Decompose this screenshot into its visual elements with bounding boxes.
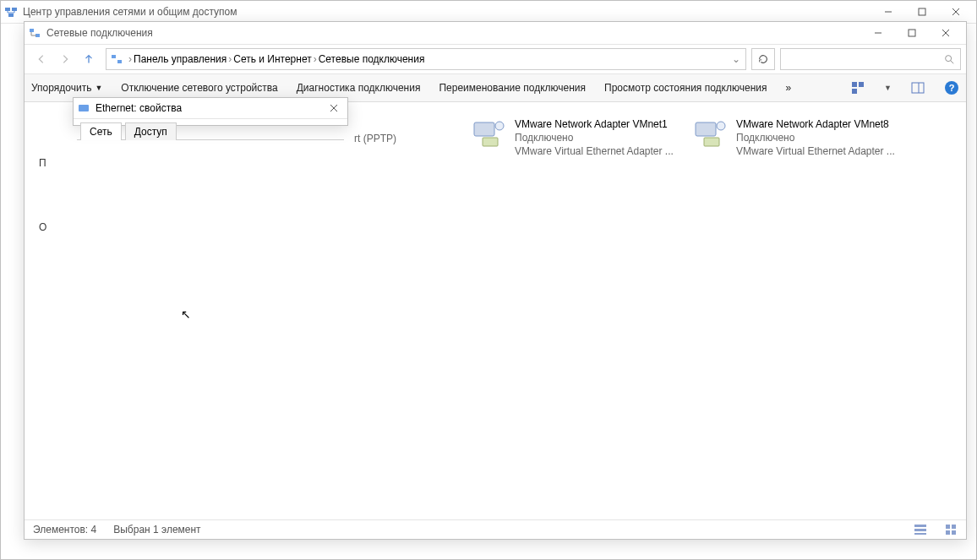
svg-rect-19 [852,89,857,94]
svg-rect-32 [914,533,926,535]
svg-rect-24 [474,122,494,136]
minimize-button[interactable] [871,1,905,23]
breadcrumb-item[interactable]: Сеть и Интернет [233,53,311,65]
close-button[interactable] [324,97,344,119]
adapter-name: VMware Network Adapter VMnet1 [515,117,674,131]
address-bar-row: › Панель управления › Сеть и Интернет › … [25,45,966,74]
svg-point-26 [495,122,504,130]
svg-point-29 [717,122,725,130]
ethernet-tabs: Сеть Доступ [77,122,344,140]
svg-rect-30 [914,525,926,527]
diagnose-button[interactable]: Диагностика подключения [297,82,421,94]
adapter-icon [471,117,508,151]
up-button[interactable] [77,47,101,71]
svg-rect-31 [914,529,926,531]
svg-rect-0 [5,8,10,11]
ethernet-icon [77,101,90,115]
tab-network[interactable]: Сеть [80,122,122,140]
refresh-button[interactable] [751,48,775,70]
adapter-name: VMware Network Adapter VMnet8 [736,117,895,131]
svg-rect-34 [952,525,956,529]
chevron-right-icon: › [227,53,233,65]
maximize-button[interactable] [905,1,939,23]
svg-rect-33 [946,525,950,529]
svg-rect-4 [919,8,925,15]
status-bar: Элементов: 4 Выбран 1 элемент [25,519,966,539]
svg-rect-7 [30,29,34,32]
svg-rect-27 [696,122,716,136]
chevron-right-icon: › [127,53,134,65]
help-icon[interactable]: ? [944,80,959,95]
selected-count: Выбран 1 элемент [113,524,200,536]
organize-menu[interactable]: Упорядочить ▼ [31,82,102,94]
chevron-right-icon: › [312,53,319,65]
svg-rect-37 [79,105,89,111]
svg-rect-18 [859,82,864,87]
tab-access[interactable]: Доступ [125,122,177,140]
close-button[interactable] [929,22,963,44]
svg-rect-13 [112,55,116,58]
preview-pane-icon[interactable] [910,80,925,95]
svg-rect-25 [483,138,498,146]
adapter-item[interactable]: VMware Network Adapter VMnet8 Подключено… [692,117,903,158]
back-button[interactable] [30,47,53,71]
adapter-item[interactable]: VMware Network Adapter VMnet1 Подключено… [471,117,682,158]
address-bar[interactable]: › Панель управления › Сеть и Интернет › … [106,48,746,70]
breadcrumb-item[interactable]: Сетевые подключения [319,53,425,65]
details-view-icon[interactable] [914,523,927,536]
forward-button[interactable] [53,47,77,71]
svg-rect-17 [852,82,857,87]
chevron-down-icon[interactable]: ⌄ [730,53,742,65]
disable-device-button[interactable]: Отключение сетевого устройства [121,82,277,94]
adapter-icon [692,117,729,151]
network-center-icon [4,5,18,19]
network-center-titlebar: Центр управления сетями и общим доступом [1,1,976,24]
svg-rect-1 [12,8,17,11]
view-status-button[interactable]: Просмотр состояния подключения [604,82,767,94]
svg-rect-28 [704,138,719,146]
breadcrumb-item[interactable]: Панель управления [134,53,227,65]
svg-rect-2 [8,14,14,17]
pptp-fragment: rt (PPTP) [354,133,396,144]
text-fragment: П [39,157,46,169]
adapter-device: VMware Virtual Ethernet Adapter ... [736,144,895,158]
minimize-button[interactable] [861,22,895,44]
adapter-status: Подключено [515,131,674,144]
ethernet-title: Ethernet: свойства [96,102,324,114]
svg-rect-20 [912,83,924,93]
folder-icon [110,52,123,66]
text-fragment: О [39,221,46,233]
large-icons-view-icon[interactable] [944,523,958,536]
close-button[interactable] [939,1,973,23]
explorer-titlebar: Сетевые подключения [25,22,966,45]
svg-rect-36 [952,530,956,535]
search-box[interactable] [780,48,961,70]
svg-point-15 [946,56,952,62]
svg-line-16 [951,61,954,64]
svg-rect-14 [117,60,122,63]
network-connections-icon [28,26,41,40]
rename-button[interactable]: Переименование подключения [439,82,586,94]
item-count: Элементов: 4 [33,524,96,536]
svg-text:?: ? [949,83,955,93]
connections-list: rt (PPTP) VMware Network Adapter VMnet1 … [25,102,966,541]
adapter-device: VMware Virtual Ethernet Adapter ... [515,144,674,158]
svg-rect-10 [909,30,915,36]
explorer-title: Сетевые подключения [46,27,861,39]
adapter-status: Подключено [736,131,895,144]
maximize-button[interactable] [895,22,929,44]
view-options-icon[interactable] [850,80,865,95]
more-button[interactable]: » [786,82,792,94]
svg-rect-35 [946,530,950,535]
ethernet-properties-window: Ethernet: свойства Сеть Доступ [73,97,348,126]
network-center-title: Центр управления сетями и общим доступом [23,6,871,18]
